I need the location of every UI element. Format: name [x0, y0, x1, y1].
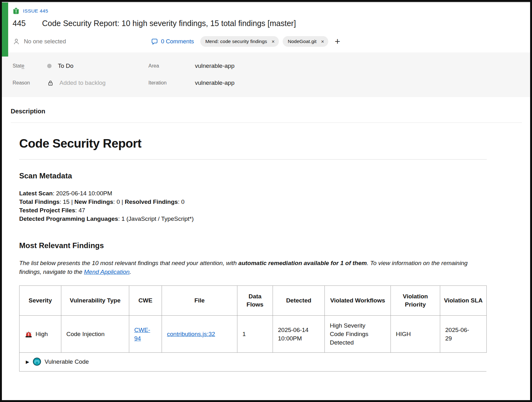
findings-intro: The list below presents the 10 most rele…	[19, 259, 487, 276]
iteration-value[interactable]: vulnerable-app	[195, 79, 235, 86]
violated-workflows-cell: High Severity Code Findings Detected	[325, 316, 391, 353]
latest-scan-line: Latest Scan: 2025-06-14 10:00PM	[19, 189, 487, 198]
table-header-row: Severity Vulnerability Type CWE File Dat…	[19, 286, 487, 316]
iteration-field[interactable]: Iteration vulnerable-app	[148, 77, 530, 89]
work-item-type-row: ISSUE 445	[13, 8, 523, 14]
fields-col-right: Area vulnerable-app Iteration vulnerable…	[148, 60, 530, 89]
languages-line: Detected Programming Languages: 1 (JavaS…	[19, 215, 487, 223]
col-violation-priority: Violation Priority	[391, 286, 440, 316]
comments-button[interactable]: 0 Comments	[151, 38, 194, 45]
data-flows-cell: 1	[237, 316, 273, 353]
tag-label: Mend: code security findings	[205, 39, 267, 44]
violation-sla-cell: 2025-06-29	[440, 316, 487, 353]
comment-bubble-icon	[151, 38, 158, 45]
severity-cell: High	[19, 316, 61, 353]
fields-col-left: State To Do Reason Added to backlog	[2, 60, 148, 89]
findings-table: Severity Vulnerability Type CWE File Dat…	[19, 285, 487, 353]
iteration-label: Iteration	[148, 80, 195, 86]
comments-label: 0 Comments	[161, 38, 194, 45]
state-field[interactable]: State To Do	[13, 60, 148, 72]
assignee-picker[interactable]: No one selected	[13, 38, 151, 45]
col-vulnerability-type: Vulnerability Type	[61, 286, 129, 316]
tag-nodegoat[interactable]: NodeGoat.git ✕	[283, 36, 328, 47]
tested-files-line: Tested Project Files: 47	[19, 206, 487, 215]
details-label: Vulnerable Code	[45, 358, 89, 365]
window: ISSUE 445 445 Code Security Report: 10 h…	[0, 0, 532, 402]
lock-icon	[47, 80, 54, 86]
col-file: File	[162, 286, 237, 316]
area-field[interactable]: Area vulnerable-app	[148, 60, 530, 72]
person-icon	[13, 38, 20, 45]
report-title: Code Security Report	[19, 137, 487, 150]
reason-field: Reason Added to backlog	[13, 77, 148, 89]
tag-label: NodeGoat.git	[288, 39, 316, 44]
work-item-header: ISSUE 445 445 Code Security Report: 10 h…	[2, 3, 530, 48]
description-divider	[11, 122, 522, 123]
reason-label: Reason	[13, 80, 47, 86]
work-item-title[interactable]: Code Security Report: 10 high severity f…	[42, 19, 296, 28]
state-dot-icon	[47, 64, 52, 68]
findings-counts-line: Total Findings: 15 | New Findings: 0 | R…	[19, 198, 487, 206]
area-value[interactable]: vulnerable-app	[195, 62, 235, 69]
tag-remove-icon[interactable]: ✕	[321, 39, 324, 44]
table-row: High Code Injection CWE-94 contributions…	[19, 316, 487, 353]
col-detected: Detected	[273, 286, 325, 316]
state-value[interactable]: To Do	[58, 62, 74, 69]
title-row: 445 Code Security Report: 10 high severi…	[13, 19, 523, 28]
vulnerability-type-cell: Code Injection	[61, 316, 129, 353]
area-label: Area	[148, 63, 195, 69]
col-violation-sla: Violation SLA	[440, 286, 487, 316]
cwe-cell: CWE-94	[129, 316, 162, 353]
description-heading: Description	[11, 108, 522, 115]
tag-list: Mend: code security findings ✕ NodeGoat.…	[200, 36, 340, 47]
reason-value: Added to backlog	[59, 79, 106, 86]
file-link[interactable]: contributions.js:32	[167, 331, 215, 337]
report-title-divider	[19, 159, 487, 160]
mend-logo-icon	[33, 357, 41, 366]
disclosure-triangle-icon[interactable]: ▶	[26, 359, 29, 364]
mend-application-link[interactable]: Mend Application	[84, 269, 130, 275]
description-section: Description Code Security Report Scan Me…	[2, 97, 530, 372]
detected-cell: 2025-06-14 10:00PM	[273, 316, 325, 353]
issue-type-label[interactable]: ISSUE 445	[23, 8, 48, 14]
cwe-link[interactable]: CWE-94	[134, 326, 153, 343]
scan-metadata-block: Latest Scan: 2025-06-14 10:00PM Total Fi…	[19, 189, 487, 223]
meta-row: No one selected 0 Comments Mend: code se…	[13, 35, 523, 48]
vulnerable-code-details[interactable]: ▶ Vulnerable Code	[19, 353, 486, 372]
fields-panel: State To Do Reason Added to backlog Area	[2, 52, 530, 97]
add-tag-button[interactable]: +	[335, 37, 340, 46]
state-label: State	[13, 63, 47, 69]
file-cell: contributions.js:32	[162, 316, 237, 353]
scan-metadata-heading: Scan Metadata	[19, 171, 487, 180]
assignee-placeholder: No one selected	[24, 38, 66, 45]
issue-accent-bar	[2, 3, 8, 57]
description-content: Code Security Report Scan Metadata Lates…	[19, 137, 487, 372]
siren-icon	[25, 330, 33, 338]
issue-type-icon	[13, 8, 19, 14]
col-cwe: CWE	[129, 286, 162, 316]
findings-heading: Most Relevant Findings	[19, 241, 487, 250]
tag-mend[interactable]: Mend: code security findings ✕	[200, 36, 279, 47]
violation-priority-cell: HIGH	[391, 316, 440, 353]
severity-value: High	[36, 330, 48, 338]
col-severity: Severity	[19, 286, 61, 316]
work-item-id: 445	[13, 19, 26, 28]
col-violated-workflows: Violated Workflows	[325, 286, 391, 316]
tag-remove-icon[interactable]: ✕	[271, 39, 275, 44]
col-data-flows: Data Flows	[237, 286, 273, 316]
